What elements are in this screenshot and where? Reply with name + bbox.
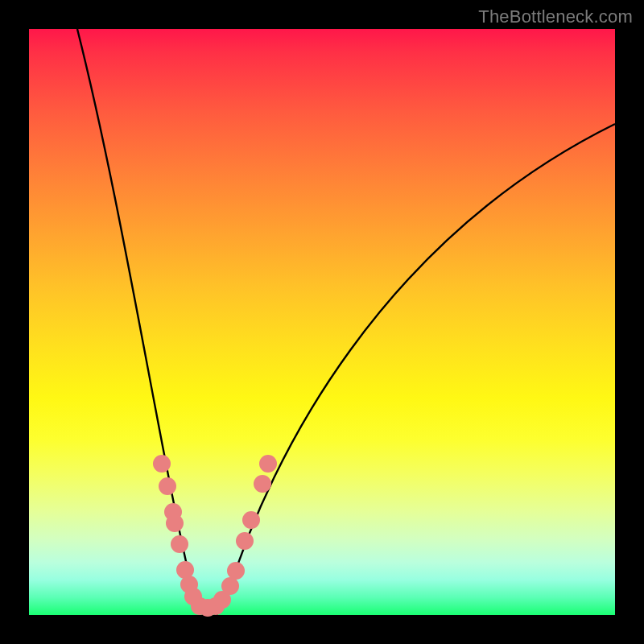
sample-dot — [171, 535, 188, 553]
sample-dot — [227, 562, 245, 580]
watermark-text: TheBottleneck.com — [478, 6, 633, 27]
sample-dot — [259, 455, 277, 473]
sample-dot — [221, 577, 239, 595]
sample-dot — [254, 475, 271, 493]
curve-layer — [29, 29, 615, 615]
sample-dots-group — [153, 455, 277, 617]
sample-dot — [166, 514, 184, 532]
sample-dot — [236, 532, 254, 550]
chart-frame: TheBottleneck.com — [0, 0, 644, 644]
bottleneck-curve — [77, 29, 615, 617]
sample-dot — [242, 511, 260, 529]
sample-dot — [153, 455, 171, 473]
plot-area — [29, 29, 615, 615]
sample-dot — [159, 477, 176, 495]
